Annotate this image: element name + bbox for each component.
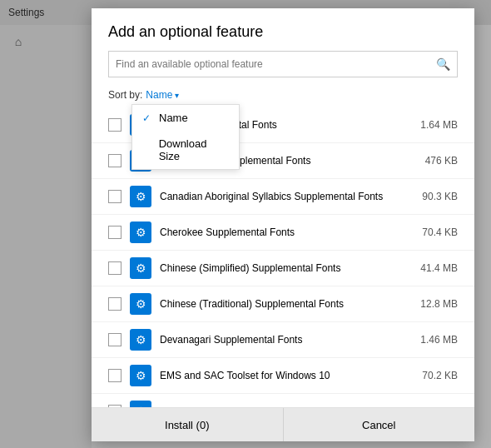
checkmark-icon: ✓ xyxy=(142,112,154,124)
sort-menu-item-name[interactable]: ✓ Name xyxy=(132,105,239,131)
table-row: ⚙ Canadian Aboriginal Syllabics Suppleme… xyxy=(92,179,474,215)
modal-title: Add an optional feature xyxy=(92,8,474,51)
gear-icon: ⚙ xyxy=(136,297,146,311)
feature-checkbox[interactable] xyxy=(108,190,122,203)
feature-checkbox[interactable] xyxy=(108,226,122,239)
feature-size: 90.3 KB xyxy=(408,191,458,202)
modal-footer: Install (0) Cancel xyxy=(92,407,474,441)
sort-menu-name-label: Name xyxy=(159,112,188,124)
table-row: ⚙ Cherokee Supplemental Fonts 70.4 KB xyxy=(92,215,474,251)
feature-icon: ⚙ xyxy=(130,401,151,407)
feature-checkbox[interactable] xyxy=(108,261,122,275)
gear-icon: ⚙ xyxy=(136,369,146,382)
table-row: ⚙ Chinese (Traditional) Supplemental Fon… xyxy=(92,286,474,322)
feature-name: Chinese (Simplified) Supplemental Fonts xyxy=(160,262,408,274)
feature-checkbox[interactable] xyxy=(108,369,122,382)
feature-checkbox[interactable] xyxy=(108,333,122,346)
feature-size: 1.64 MB xyxy=(408,119,458,131)
install-button[interactable]: Install (0) xyxy=(92,408,284,441)
feature-name: Canadian Aboriginal Syllabics Supplement… xyxy=(160,191,408,202)
gear-icon: ⚙ xyxy=(136,226,146,239)
table-row: ⚙ Chinese (Simplified) Supplemental Font… xyxy=(92,251,474,286)
feature-size: 70.4 KB xyxy=(408,226,458,238)
modal-search-input[interactable] xyxy=(116,58,436,70)
feature-icon: ⚙ xyxy=(130,257,151,279)
modal-sort-bar: Sort by: Name ▾ ✓ Name Download Size xyxy=(92,86,474,101)
table-row: ⚙ Ethiopic Supplemental Fonts 188 KB xyxy=(92,394,474,407)
gear-icon: ⚙ xyxy=(136,333,146,346)
feature-name: Devanagari Supplemental Fonts xyxy=(160,334,408,346)
search-icon: 🔍 xyxy=(436,57,450,71)
feature-icon: ⚙ xyxy=(130,293,151,315)
feature-icon: ⚙ xyxy=(130,222,151,243)
feature-icon: ⚙ xyxy=(130,365,151,386)
feature-size: 41.4 MB xyxy=(408,262,458,274)
sort-menu-download-label: Download Size xyxy=(159,137,229,162)
gear-icon: ⚙ xyxy=(136,261,146,275)
feature-name: Chinese (Traditional) Supplemental Fonts xyxy=(160,298,408,310)
table-row: ⚙ EMS and SAC Toolset for Windows 10 70.… xyxy=(92,358,474,394)
feature-name: Cherokee Supplemental Fonts xyxy=(160,226,408,238)
feature-icon: ⚙ xyxy=(130,329,151,351)
gear-icon: ⚙ xyxy=(136,190,146,203)
feature-size: 1.46 MB xyxy=(408,334,458,346)
modal-search-bar[interactable]: 🔍 xyxy=(108,51,458,77)
feature-size: 12.8 MB xyxy=(408,298,458,310)
feature-checkbox[interactable] xyxy=(108,154,122,167)
sort-menu: ✓ Name Download Size xyxy=(131,104,240,170)
chevron-down-icon: ▾ xyxy=(175,91,179,100)
table-row: ⚙ Devanagari Supplemental Fonts 1.46 MB xyxy=(92,322,474,358)
feature-icon: ⚙ xyxy=(130,186,151,207)
sort-menu-item-download-size[interactable]: Download Size xyxy=(132,131,239,169)
feature-checkbox[interactable] xyxy=(108,297,122,311)
feature-size: 70.2 KB xyxy=(408,370,458,381)
add-optional-feature-modal: Add an optional feature 🔍 Sort by: Name … xyxy=(92,8,474,441)
modal-sort-dropdown[interactable]: Name ▾ xyxy=(146,89,179,101)
feature-size: 476 KB xyxy=(408,155,458,167)
feature-name: EMS and SAC Toolset for Windows 10 xyxy=(160,370,408,381)
cancel-button[interactable]: Cancel xyxy=(284,408,475,441)
feature-checkbox[interactable] xyxy=(108,118,122,132)
